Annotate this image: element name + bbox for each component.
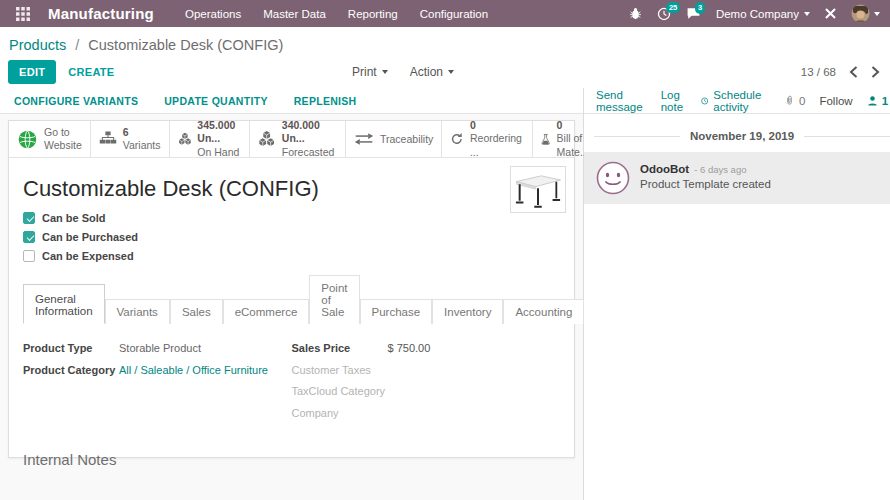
navbar-right: 25 3 Demo Company xyxy=(629,4,880,23)
stat-label: On Hand xyxy=(197,146,241,159)
form-statusbar: CONFIGURE VARIANTS UPDATE QUANTITY REPLE… xyxy=(0,88,583,114)
reordering-rules-button[interactable]: 0 Reordering ... xyxy=(442,121,533,157)
tab-accounting[interactable]: Accounting xyxy=(503,299,584,324)
create-button[interactable]: CREATE xyxy=(56,60,126,84)
edit-button[interactable]: EDIT xyxy=(8,60,56,84)
tab-ecommerce[interactable]: eCommerce xyxy=(223,299,310,324)
company-name: Demo Company xyxy=(716,8,799,20)
cubes-icon xyxy=(258,129,275,149)
stat-label: Reordering ... xyxy=(470,132,524,158)
field-value[interactable]: Storable Product xyxy=(119,340,201,357)
log-note-button[interactable]: Log note xyxy=(661,89,683,113)
company-switcher[interactable]: Demo Company xyxy=(716,8,810,20)
schedule-activity-button[interactable]: Schedule activity xyxy=(701,89,766,113)
globe-icon xyxy=(17,129,38,150)
schedule-clock-icon xyxy=(701,95,708,107)
odoo-app-window: Manufacturing Operations Master Data Rep… xyxy=(0,0,890,500)
caret-down-icon xyxy=(874,12,880,16)
print-action-group: Print Action xyxy=(352,65,454,79)
stat-label: Traceability xyxy=(380,133,433,145)
apps-grid-icon[interactable] xyxy=(10,7,36,21)
checkbox-icon[interactable] xyxy=(23,250,35,262)
product-image[interactable] xyxy=(510,166,566,213)
variants-button[interactable]: 6 Variants xyxy=(91,121,170,157)
user-menu[interactable] xyxy=(851,4,880,23)
product-title[interactable]: Customizable Desk (CONFIG) xyxy=(23,176,560,202)
form-scroll-area: Go to Website xyxy=(0,114,583,500)
menu-master-data[interactable]: Master Data xyxy=(254,4,335,24)
field-product-category: Product Category All / Saleable / Office… xyxy=(23,362,292,379)
tab-sales[interactable]: Sales xyxy=(170,299,223,324)
chevron-right-icon[interactable] xyxy=(871,66,880,78)
navbar-left: Manufacturing Operations Master Data Rep… xyxy=(10,4,497,24)
messages-chat-icon[interactable]: 3 xyxy=(686,7,701,20)
attachments-button[interactable]: 0 xyxy=(784,94,805,107)
stat-value: 340.000 Un... xyxy=(282,119,337,145)
menu-operations[interactable]: Operations xyxy=(176,4,250,24)
tab-inventory[interactable]: Inventory xyxy=(432,299,503,324)
print-label: Print xyxy=(352,65,377,79)
app-menu: Operations Master Data Reporting Configu… xyxy=(176,4,497,24)
checkbox-label: Can be Expensed xyxy=(42,250,134,262)
form-pane: CONFIGURE VARIANTS UPDATE QUANTITY REPLE… xyxy=(0,88,584,500)
checkbox-label: Can be Purchased xyxy=(42,231,138,243)
schedule-activity-label: Schedule activity xyxy=(713,89,766,113)
chatter-pane: Send message Log note Schedule activity … xyxy=(584,88,890,500)
field-value[interactable]: $ 750.00 xyxy=(388,340,431,357)
refresh-icon xyxy=(450,131,464,147)
configure-variants-button[interactable]: CONFIGURE VARIANTS xyxy=(14,95,138,107)
stat-value: 345.000 Un... xyxy=(197,119,241,145)
message-author[interactable]: OdooBot xyxy=(640,163,689,175)
field-company: Company xyxy=(292,405,561,422)
cubes-icon xyxy=(178,129,192,149)
field-taxcloud-category: TaxCloud Category xyxy=(292,383,561,400)
field-label: Product Type xyxy=(23,340,119,357)
user-avatar xyxy=(851,4,870,23)
breadcrumb-products-link[interactable]: Products xyxy=(9,37,66,53)
chevron-left-icon[interactable] xyxy=(849,66,858,78)
can-be-expensed-checkbox[interactable]: Can be Expensed xyxy=(23,250,560,262)
stat-value: 6 xyxy=(123,126,161,139)
send-message-button[interactable]: Send message xyxy=(596,89,643,113)
can-be-sold-checkbox[interactable]: Can be Sold xyxy=(23,212,560,224)
stat-label: Forecasted xyxy=(282,146,337,159)
follower-count: 1 xyxy=(882,95,888,107)
main-area: CONFIGURE VARIANTS UPDATE QUANTITY REPLE… xyxy=(0,88,890,500)
checkbox-icon[interactable] xyxy=(23,231,35,243)
field-column-right: Sales Price $ 750.00 Customer Taxes TaxC… xyxy=(292,340,561,421)
on-hand-button[interactable]: 345.000 Un... On Hand xyxy=(170,121,251,157)
stat-button-row: Go to Website xyxy=(9,121,574,158)
bug-icon[interactable] xyxy=(629,7,642,20)
checkbox-icon[interactable] xyxy=(23,212,35,224)
follow-button[interactable]: Follow xyxy=(819,95,852,107)
menu-reporting[interactable]: Reporting xyxy=(339,4,407,24)
breadcrumb: Products / Customizable Desk (CONFIG) xyxy=(9,37,283,53)
activities-clock-icon[interactable]: 25 xyxy=(657,7,671,21)
close-icon[interactable] xyxy=(825,8,836,19)
field-value-link[interactable]: All / Saleable / Office Furniture xyxy=(119,362,268,379)
action-button-row: EDIT CREATE Print Action 13 / 68 xyxy=(0,55,890,88)
can-be-purchased-checkbox[interactable]: Can be Purchased xyxy=(23,231,560,243)
traceability-button[interactable]: Traceability xyxy=(346,121,442,157)
app-name[interactable]: Manufacturing xyxy=(48,5,154,22)
caret-down-icon xyxy=(448,70,454,74)
chatter-message[interactable]: OdooBot - 6 days ago Product Template cr… xyxy=(584,152,890,204)
tab-general-information[interactable]: General Information xyxy=(23,284,105,324)
tab-point-of-sale[interactable]: Point of Sale xyxy=(309,275,359,324)
record-pager: 13 / 68 xyxy=(801,66,880,78)
tab-variants[interactable]: Variants xyxy=(105,299,170,324)
message-timestamp: - 6 days ago xyxy=(694,164,746,175)
field-label: TaxCloud Category xyxy=(292,383,388,400)
field-column-left: Product Type Storable Product Product Ca… xyxy=(23,340,292,421)
action-menu[interactable]: Action xyxy=(410,65,454,79)
followers-button[interactable]: 1 xyxy=(867,95,888,107)
go-to-website-button[interactable]: Go to Website xyxy=(9,121,91,157)
print-menu[interactable]: Print xyxy=(352,65,388,79)
tab-purchase[interactable]: Purchase xyxy=(360,299,433,324)
update-quantity-button[interactable]: UPDATE QUANTITY xyxy=(164,95,267,107)
replenish-button[interactable]: REPLENISH xyxy=(294,95,357,107)
menu-configuration[interactable]: Configuration xyxy=(411,4,497,24)
message-content: OdooBot - 6 days ago Product Template cr… xyxy=(640,161,771,195)
forecasted-button[interactable]: 340.000 Un... Forecasted xyxy=(250,121,346,157)
chatter-toolbar: Send message Log note Schedule activity … xyxy=(584,88,890,114)
